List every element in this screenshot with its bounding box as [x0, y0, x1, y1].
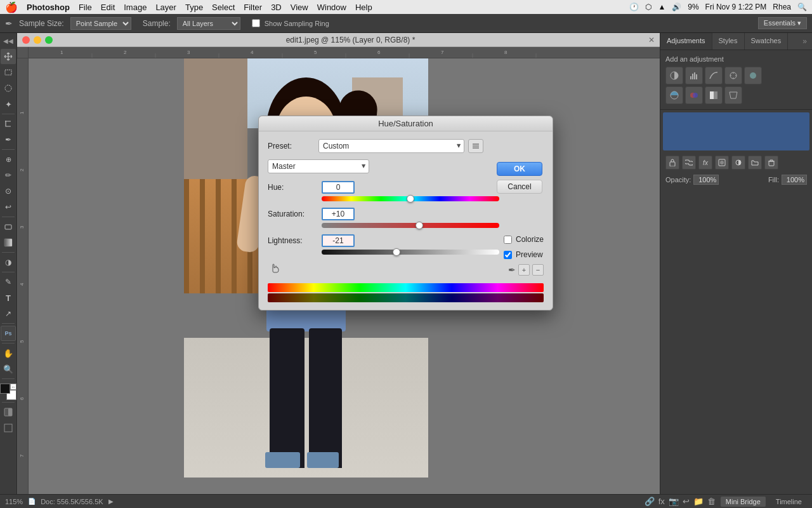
- preset-label: Preset:: [268, 142, 318, 150]
- eyedropper-tool[interactable]: ✒: [1, 132, 16, 147]
- menu-layer[interactable]: Layer: [155, 3, 176, 12]
- ok-button[interactable]: OK: [497, 162, 542, 176]
- essentials-button[interactable]: Essentials ▾: [758, 17, 807, 29]
- search-icon[interactable]: 🔍: [797, 3, 807, 11]
- exposure-adj[interactable]: [724, 67, 742, 84]
- eyedropper-subtract-icon[interactable]: −: [532, 264, 544, 276]
- folder-icon[interactable]: [748, 156, 762, 170]
- apple-menu-icon[interactable]: 🍎: [5, 1, 18, 13]
- timeline-tab[interactable]: Timeline: [771, 497, 807, 507]
- window-minimize-button[interactable]: [34, 36, 41, 44]
- mask-icon[interactable]: [715, 156, 729, 170]
- gradient-tool[interactable]: [1, 235, 16, 250]
- lock-icon[interactable]: [665, 156, 679, 170]
- menu-filter[interactable]: Filter: [244, 3, 262, 12]
- swatches-tab[interactable]: Swatches: [745, 33, 789, 50]
- type-tool[interactable]: T: [1, 290, 16, 305]
- magic-wand-tool[interactable]: ✦: [1, 97, 16, 112]
- panel-close-button[interactable]: »: [797, 33, 812, 50]
- opacity-input[interactable]: [693, 175, 719, 185]
- bottom-icon-4[interactable]: ↩: [683, 497, 690, 506]
- hand-tool[interactable]: ✋: [1, 345, 16, 361]
- bottom-icon-6[interactable]: 🗑: [707, 497, 716, 506]
- marquee-rect-tool[interactable]: [1, 65, 16, 80]
- preset-options-button[interactable]: [468, 139, 483, 153]
- preview-label[interactable]: Preview: [516, 250, 543, 259]
- fx-icon[interactable]: fx: [698, 156, 712, 170]
- fill-input[interactable]: [782, 175, 807, 185]
- saturation-input[interactable]: [322, 208, 355, 220]
- path-select-tool[interactable]: ↗: [1, 306, 16, 321]
- saturation-slider-area: [322, 223, 544, 228]
- menu-edit[interactable]: Edit: [101, 3, 115, 12]
- adjustments-tab[interactable]: Adjustments: [660, 33, 712, 50]
- bottom-icon-5[interactable]: 📁: [693, 497, 704, 506]
- menu-image[interactable]: Image: [124, 3, 147, 12]
- show-sampling-ring-label[interactable]: Show Sampling Ring: [252, 19, 329, 27]
- quick-mask-tool[interactable]: [1, 404, 16, 420]
- link-icon[interactable]: [682, 156, 696, 170]
- lightness-input[interactable]: [322, 234, 355, 247]
- move-tool[interactable]: [1, 49, 16, 64]
- hand-tool-dialog-icon[interactable]: [268, 261, 282, 278]
- styles-tab[interactable]: Styles: [712, 33, 745, 50]
- bottom-icon-2[interactable]: fx: [658, 497, 665, 506]
- mini-bridge-tab[interactable]: Mini Bridge: [721, 497, 766, 507]
- zoom-display[interactable]: 115%: [5, 498, 23, 505]
- doc-progress-arrow[interactable]: ▶: [108, 498, 114, 505]
- menu-type[interactable]: Type: [185, 3, 203, 12]
- doc-close-icon[interactable]: ✕: [648, 36, 655, 44]
- vibrance-adj[interactable]: [744, 67, 762, 84]
- blackwhite-adj[interactable]: [705, 86, 723, 104]
- preset-select[interactable]: Custom: [318, 139, 464, 153]
- menu-select[interactable]: Select: [212, 3, 235, 12]
- bottom-icon-3[interactable]: 📷: [669, 497, 679, 506]
- lasso-tool[interactable]: [1, 81, 16, 96]
- preview-checkbox[interactable]: [504, 251, 512, 259]
- screen-mode-tool[interactable]: [1, 420, 16, 436]
- healing-brush-tool[interactable]: ⊕: [1, 152, 16, 167]
- adjustment-adj-icon[interactable]: [731, 156, 745, 170]
- window-maximize-button[interactable]: [45, 36, 53, 44]
- clone-stamp-tool[interactable]: ⊙: [1, 184, 16, 199]
- menu-help[interactable]: Help: [355, 3, 372, 12]
- svg-rect-3: [4, 239, 12, 246]
- hue-input[interactable]: [322, 181, 355, 194]
- history-brush-tool[interactable]: ↩: [1, 199, 16, 215]
- pen-tool[interactable]: ✎: [1, 274, 16, 290]
- photo-filter-adj[interactable]: [724, 86, 742, 104]
- menu-view[interactable]: View: [291, 3, 308, 12]
- trash-icon[interactable]: [764, 156, 778, 170]
- bottom-icon-1[interactable]: 🔗: [645, 497, 655, 506]
- levels-adj[interactable]: [685, 67, 703, 84]
- dodge-tool[interactable]: ◑: [1, 255, 16, 270]
- sat-track-wrapper[interactable]: [322, 223, 499, 228]
- sample-select[interactable]: All Layers: [177, 17, 240, 30]
- eraser-tool[interactable]: [1, 219, 16, 234]
- menu-window[interactable]: Window: [317, 3, 346, 12]
- hue-track-wrapper[interactable]: [322, 196, 499, 201]
- menu-3d[interactable]: 3D: [271, 3, 282, 12]
- show-sampling-ring-checkbox[interactable]: [252, 19, 260, 27]
- cancel-button[interactable]: Cancel: [497, 180, 542, 194]
- light-track-wrapper[interactable]: [322, 250, 499, 255]
- channel-select[interactable]: Master: [268, 159, 369, 173]
- hue-sat-adj[interactable]: [665, 86, 683, 104]
- colorize-checkbox[interactable]: [504, 236, 512, 244]
- sample-size-select[interactable]: Point Sample: [70, 17, 131, 30]
- channel-select-wrapper: Master ▾: [268, 159, 369, 173]
- colorbalance-adj[interactable]: [685, 86, 703, 104]
- brightness-contrast-adj[interactable]: [665, 67, 683, 84]
- curves-adj[interactable]: [705, 67, 723, 84]
- colorize-label[interactable]: Colorize: [516, 235, 544, 244]
- spectrum-bar-top: [268, 283, 544, 292]
- eyedropper-icon[interactable]: ✒: [508, 265, 516, 275]
- expand-toggle[interactable]: ◀◀: [2, 36, 15, 46]
- crop-tool[interactable]: [1, 116, 16, 131]
- brush-tool[interactable]: ✏: [1, 168, 16, 183]
- window-close-button[interactable]: [22, 36, 30, 44]
- menu-file[interactable]: File: [79, 3, 92, 12]
- zoom-tool[interactable]: 🔍: [1, 361, 16, 377]
- eyedropper-add-icon[interactable]: +: [518, 264, 530, 276]
- color-swatches[interactable]: ↔: [0, 384, 16, 400]
